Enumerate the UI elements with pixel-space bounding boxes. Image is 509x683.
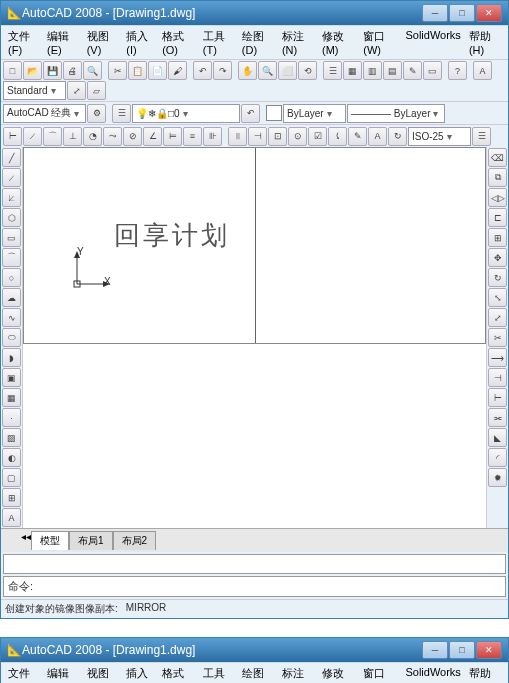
model-tab[interactable]: 模型 — [31, 531, 69, 550]
layout2-tab[interactable]: 布局2 — [113, 531, 157, 550]
dim-quick-icon[interactable]: ⊨ — [163, 127, 182, 146]
trim-icon[interactable]: ✂ — [488, 328, 507, 347]
preview-icon[interactable]: 🔍 — [83, 61, 102, 80]
chamfer-icon[interactable]: ◣ — [488, 428, 507, 447]
close-button[interactable]: ✕ — [476, 641, 502, 659]
ellipse-icon[interactable]: ⬭ — [2, 328, 21, 347]
table-icon[interactable]: ⊞ — [2, 488, 21, 507]
qcalc-icon[interactable]: ▭ — [423, 61, 442, 80]
polygon-icon[interactable]: ⬡ — [2, 208, 21, 227]
menu-solidworks[interactable]: SolidWorks — [402, 665, 463, 683]
menu-modify[interactable]: 修改(M) — [319, 665, 358, 683]
region-icon[interactable]: ▢ — [2, 468, 21, 487]
hatch-icon[interactable]: ▨ — [2, 428, 21, 447]
rotate-icon[interactable]: ↻ — [488, 268, 507, 287]
dim-baseline-icon[interactable]: ≡ — [183, 127, 202, 146]
cut-icon[interactable]: ✂ — [108, 61, 127, 80]
dim-edit-icon[interactable]: ✎ — [348, 127, 367, 146]
new-icon[interactable]: □ — [3, 61, 22, 80]
point-icon[interactable]: · — [2, 408, 21, 427]
dim-continue-icon[interactable]: ⊪ — [203, 127, 222, 146]
menu-window[interactable]: 窗口(W) — [360, 665, 400, 683]
menu-dim[interactable]: 标注(N) — [279, 665, 317, 683]
textstyle-combo[interactable]: Standard — [3, 81, 66, 100]
explode-icon[interactable]: ✹ — [488, 468, 507, 487]
zoom-icon[interactable]: 🔍 — [258, 61, 277, 80]
undo-icon[interactable]: ↶ — [193, 61, 212, 80]
revcl-icon[interactable]: ☁ — [2, 288, 21, 307]
xline-icon[interactable]: ⟋ — [2, 168, 21, 187]
annoscale-icon[interactable]: ⤢ — [67, 81, 86, 100]
dimstyle-combo[interactable]: ISO-25 — [408, 127, 471, 146]
spline-icon[interactable]: ∿ — [2, 308, 21, 327]
layer-props-icon[interactable]: ☰ — [112, 104, 131, 123]
array-icon[interactable]: ⊞ — [488, 228, 507, 247]
tab-nav-left[interactable]: ◂◂ — [21, 531, 31, 550]
menu-format[interactable]: 格式(O) — [159, 28, 198, 57]
menu-modify[interactable]: 修改(M) — [319, 28, 358, 57]
mirror-icon[interactable]: ◁▷ — [488, 188, 507, 207]
command-input[interactable]: 命令: — [3, 576, 506, 597]
close-button[interactable]: ✕ — [476, 4, 502, 22]
menu-edit[interactable]: 编辑(E) — [44, 28, 82, 57]
copy-icon[interactable]: 📋 — [128, 61, 147, 80]
dim-jogged-icon[interactable]: ⤳ — [103, 127, 122, 146]
stretch-icon[interactable]: ⤢ — [488, 308, 507, 327]
break-icon[interactable]: ⊢ — [488, 388, 507, 407]
extend-icon[interactable]: ⟶ — [488, 348, 507, 367]
menu-dim[interactable]: 标注(N) — [279, 28, 317, 57]
dim-diameter-icon[interactable]: ⊘ — [123, 127, 142, 146]
copy-obj-icon[interactable]: ⧉ — [488, 168, 507, 187]
dim-break-icon[interactable]: ⊣ — [248, 127, 267, 146]
maximize-button[interactable]: □ — [449, 4, 475, 22]
circle-icon[interactable]: ○ — [2, 268, 21, 287]
block-make-icon[interactable]: ▦ — [2, 388, 21, 407]
dim-arc-icon[interactable]: ⌒ — [43, 127, 62, 146]
break-pt-icon[interactable]: ⊣ — [488, 368, 507, 387]
scale-icon[interactable]: ⤡ — [488, 288, 507, 307]
layer-combo[interactable]: 💡❄🔒□ 0 — [132, 104, 240, 123]
menu-tools[interactable]: 工具(T) — [200, 28, 237, 57]
pline-icon[interactable]: ⟀ — [2, 188, 21, 207]
properties-icon[interactable]: ☰ — [323, 61, 342, 80]
menu-view[interactable]: 视图(V) — [84, 28, 122, 57]
fillet-icon[interactable]: ◜ — [488, 448, 507, 467]
menu-window[interactable]: 窗口(W) — [360, 28, 400, 57]
menu-file[interactable]: 文件(F) — [5, 665, 42, 683]
minimize-button[interactable]: ─ — [422, 641, 448, 659]
sheetset-icon[interactable]: ▤ — [383, 61, 402, 80]
save-icon[interactable]: 💾 — [43, 61, 62, 80]
zoom-prev-icon[interactable]: ⟲ — [298, 61, 317, 80]
designcenter-icon[interactable]: ▦ — [343, 61, 362, 80]
rectangle-icon[interactable]: ▭ — [2, 228, 21, 247]
tolerance-icon[interactable]: ⊡ — [268, 127, 287, 146]
dim-angular-icon[interactable]: ∠ — [143, 127, 162, 146]
menu-insert[interactable]: 插入(I) — [123, 28, 157, 57]
menu-tools[interactable]: 工具(T) — [200, 665, 237, 683]
dim-space-icon[interactable]: ⫴ — [228, 127, 247, 146]
jog-line-icon[interactable]: ⤹ — [328, 127, 347, 146]
erase-icon[interactable]: ⌫ — [488, 148, 507, 167]
menu-help[interactable]: 帮助(H) — [466, 28, 504, 57]
open-icon[interactable]: 📂 — [23, 61, 42, 80]
block-insert-icon[interactable]: ▣ — [2, 368, 21, 387]
zoom-win-icon[interactable]: ⬜ — [278, 61, 297, 80]
dimstyle-mgr-icon[interactable]: ☰ — [472, 127, 491, 146]
print-icon[interactable]: 🖨 — [63, 61, 82, 80]
workspace-settings-icon[interactable]: ⚙ — [87, 104, 106, 123]
drawing-canvas[interactable]: 回享计划 Y X — [23, 147, 486, 344]
gradient-icon[interactable]: ◐ — [2, 448, 21, 467]
menu-insert[interactable]: 插入(I) — [123, 665, 157, 683]
line-icon[interactable]: ╱ — [2, 148, 21, 167]
dim-ordinate-icon[interactable]: ⊥ — [63, 127, 82, 146]
markup-icon[interactable]: ✎ — [403, 61, 422, 80]
offset-icon[interactable]: ⊏ — [488, 208, 507, 227]
titlebar[interactable]: 📐 AutoCAD 2008 - [Drawing1.dwg] ─ □ ✕ — [1, 638, 508, 662]
color-combo[interactable]: ByLayer — [283, 104, 346, 123]
menu-draw[interactable]: 绘图(D) — [239, 28, 277, 57]
menu-edit[interactable]: 编辑(E) — [44, 665, 82, 683]
text-a-icon[interactable]: A — [473, 61, 492, 80]
menu-format[interactable]: 格式(O) — [159, 665, 198, 683]
help-icon[interactable]: ? — [448, 61, 467, 80]
join-icon[interactable]: ⫘ — [488, 408, 507, 427]
